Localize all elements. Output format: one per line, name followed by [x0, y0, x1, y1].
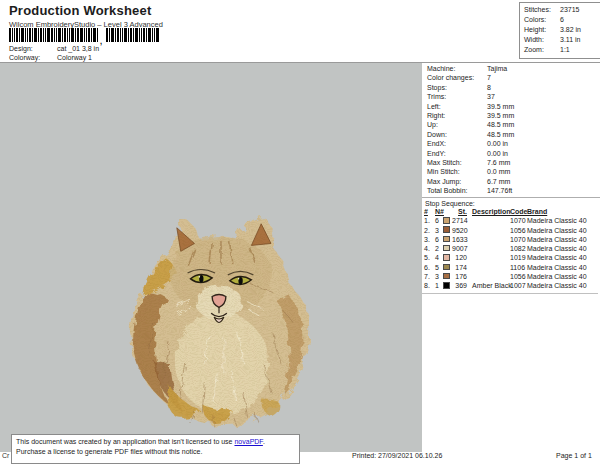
machine-info: Machine:Tajima Color changes:7 Stops:8 T… [427, 64, 598, 195]
thread-color-swatch [443, 264, 450, 271]
table-row: 4.290071082Madeira Classic 40 [424, 244, 599, 253]
machine-row: Trims:37 [427, 92, 598, 101]
machine-row: EndX:0.00 in [427, 139, 598, 148]
production-worksheet-page: Production Worksheet Wilcom EmbroiderySt… [0, 0, 600, 464]
colorway-label: Colorway: [9, 53, 57, 62]
machine-row: Max Stitch:7.6 mm [427, 158, 598, 167]
machine-row: Down:48.5 mm [427, 130, 598, 139]
notice-text-period: . [263, 438, 265, 445]
machine-row: Right:39.5 mm [427, 111, 598, 120]
thread-color-swatch [443, 245, 450, 252]
stat-stitches: Stitches:23715 [524, 5, 600, 15]
machine-row: Stops:8 [427, 83, 598, 92]
table-row: 3.616331070Madeira Classic 40 [424, 235, 599, 244]
cat-glint-right [238, 278, 240, 280]
design-value: cat _01 3,8 in [57, 45, 99, 52]
stat-height: Height:3.82 in [524, 25, 600, 35]
design-label: Design: [9, 44, 57, 53]
thread-color-swatch [443, 282, 450, 289]
footer-printed-timestamp: Printed: 27/09/2021 06.10.26 [352, 452, 442, 459]
page-title: Production Worksheet [9, 3, 151, 18]
stop-sequence-table: # N# St. Description Code Brand 1.627141… [424, 207, 599, 291]
thread-color-swatch [443, 226, 450, 233]
table-row: 1.627141070Madeira Classic 40 [424, 216, 599, 225]
design-stats-box: Stitches:23715 Colors:6 Height:3.82 in W… [519, 2, 600, 59]
thread-color-swatch [443, 236, 450, 243]
design-canvas [0, 63, 422, 452]
thread-color-swatch [443, 217, 450, 224]
design-row: Design:cat _01 3,8 in [9, 44, 99, 53]
cat-pupil-right [238, 277, 242, 284]
stat-colors: Colors:6 [524, 15, 600, 25]
machine-row: Max Jump:6.7 mm [427, 177, 598, 186]
info-panel: Machine:Tajima Color changes:7 Stops:8 T… [422, 63, 600, 452]
table-row: 8.1369Amber Black1007Madeira Classic 40 [424, 281, 599, 290]
stop-sequence-header: # N# St. Description Code Brand [424, 207, 599, 216]
novapdf-link[interactable]: novaPDF [234, 438, 262, 445]
machine-row: Color changes:7 [427, 73, 598, 82]
machine-row: Left:39.5 mm [427, 102, 598, 111]
notice-text-1: This document was created by an applicat… [16, 438, 234, 445]
machine-row: Min Stitch:0.0 mm [427, 167, 598, 176]
notice-text-2: Purchase a license to generate PDF files… [16, 448, 202, 455]
divider [422, 197, 600, 198]
stat-width: Width:3.11 in [524, 35, 600, 45]
cat-design [125, 216, 313, 427]
novapdf-notice-box: This document was created by an applicat… [11, 434, 300, 464]
colorway-row: Colorway:Colorway 1 [9, 53, 92, 62]
divider [422, 293, 598, 294]
machine-row: EndY:0.00 in [427, 149, 598, 158]
table-row: 7.31761056Madeira Classic 40 [424, 272, 599, 281]
table-row: 5.41201019Madeira Classic 40 [424, 253, 599, 262]
footer-left-fragment: Cr [2, 452, 9, 459]
machine-row: Up:48.5 mm [427, 120, 598, 129]
machine-row: Total Bobbin:147.76ft [427, 186, 598, 195]
footer-page-number: Page 1 of 1 [556, 452, 592, 459]
table-row: 2.395201056Madeira Classic 40 [424, 226, 599, 235]
cat-pupil-left [199, 275, 203, 282]
barcode-comma: , [100, 34, 103, 46]
colorway-value: Colorway 1 [57, 54, 92, 61]
cat-glint-left [199, 276, 201, 278]
stat-zoom: Zoom:1:1 [524, 45, 600, 55]
table-row: 6.51741106Madeira Classic 40 [424, 263, 599, 272]
thread-color-swatch [443, 273, 450, 280]
machine-row: Machine:Tajima [427, 64, 598, 73]
thread-color-swatch [443, 254, 450, 261]
